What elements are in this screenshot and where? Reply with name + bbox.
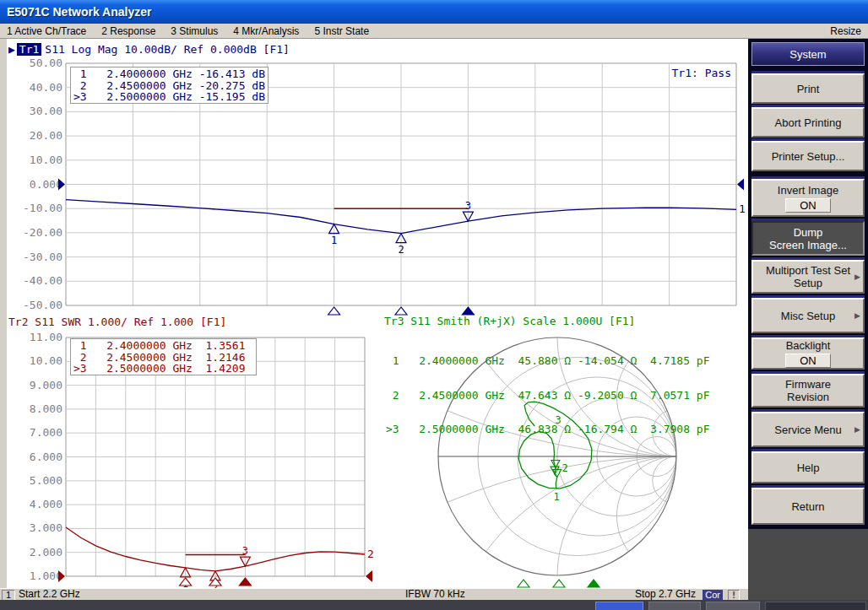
submenu-arrow-icon: ▶	[854, 424, 860, 436]
softkey-firmware[interactable]: FirmwareRevision	[751, 374, 865, 408]
softkey-print[interactable]: Print	[751, 73, 865, 104]
softkey-label: Setup	[794, 277, 822, 289]
taskbar-button[interactable]	[706, 602, 760, 610]
submenu-arrow-icon: ▶	[854, 271, 860, 283]
active-trace-arrow-icon: ▶	[8, 43, 15, 56]
tr2-marker-row: 2 2.4500000 GHz 1.2146	[73, 352, 254, 364]
tr2-marker-readout: 1 2.4000000 GHz 1.3561 2 2.4500000 GHz 1…	[70, 338, 257, 375]
softkey-state-value: ON	[785, 198, 831, 213]
tr2-title-bar[interactable]: Tr2 S11 SWR 1.000/ Ref 1.000 [F1]	[8, 316, 226, 328]
softkey-label: Dump	[794, 226, 823, 239]
softkey-misc-setup[interactable]: Misc Setup▶	[751, 298, 865, 333]
softkey-backlight[interactable]: BacklightON	[751, 337, 865, 370]
softkey-state-value: ON	[785, 354, 831, 368]
tr1-format-label: S11 Log Mag 10.00dB/ Ref 0.000dB [F1]	[45, 43, 290, 56]
tr1-marker-readout: 1 2.4000000 GHz -16.413 dB 2 2.4500000 G…	[70, 67, 269, 104]
tr3-marker-row: 2 2.4500000 GHz 47.643 Ω -9.2050 Ω 7.057…	[386, 390, 710, 402]
softkey-label: Firmware	[785, 378, 831, 391]
sidebar-empty-area	[748, 529, 868, 600]
correction-status-badge: Cor	[703, 590, 723, 600]
start-frequency-label: Start 2.2 GHz	[19, 589, 80, 600]
submenu-arrow-icon: ▶	[854, 310, 860, 322]
softkey-printer-setup[interactable]: Printer Setup...	[751, 141, 865, 171]
menu-item-instr-state[interactable]: 5 Instr State	[314, 25, 369, 37]
stop-frequency-label: Stop 2.7 GHz	[635, 589, 696, 600]
softkey-return[interactable]: Return	[751, 488, 865, 525]
softkey-system[interactable]: System	[751, 42, 865, 66]
instrument-screen	[7, 39, 748, 588]
taskbar-clock-area	[765, 602, 866, 610]
softkey-dump[interactable]: DumpScreen Image...	[751, 221, 865, 256]
window-titlebar[interactable]: E5071C Network Analyzer	[0, 0, 868, 24]
tr3-title-bar[interactable]: Tr3 S11 Smith (R+jX) Scale 1.000U [F1]	[384, 316, 635, 327]
tr3-marker-readout: 1 2.4000000 GHz 45.880 Ω -14.054 Ω 4.718…	[386, 332, 710, 446]
softkey-invert-image[interactable]: Invert ImageON	[751, 179, 865, 217]
menu-item-stimulus[interactable]: 3 Stimulus	[171, 25, 218, 37]
tr1-marker-row: 1 2.4000000 GHz -16.413 dB	[73, 68, 266, 80]
softkey-abort-printing[interactable]: Abort Printing	[751, 107, 865, 138]
softkey-label: Return	[791, 500, 824, 513]
menu-bar: 1 Active Ch/Trace 2 Response 3 Stimulus …	[0, 24, 868, 39]
tr1-title-bar[interactable]: ▶Tr1S11 Log Mag 10.00dB/ Ref 0.000dB [F1…	[8, 44, 290, 56]
softkey-label: Invert Image	[778, 184, 838, 197]
taskbar-button[interactable]	[648, 602, 701, 610]
taskbar-active-button[interactable]	[595, 602, 643, 610]
softkey-label: Help	[797, 462, 820, 474]
softkey-label: Misc Setup	[781, 310, 835, 322]
window-title: E5071C Network Analyzer	[7, 5, 151, 19]
softkey-label: Backlight	[786, 339, 831, 352]
softkey-service-menu[interactable]: Service Menu▶	[751, 412, 865, 447]
tr3-marker-row: >3 2.5000000 GHz 46.838 Ω -16.794 Ω 3.79…	[386, 424, 710, 435]
softkey-label: Screen Image...	[769, 239, 847, 251]
softkey-menu: SystemPrintAbort PrintingPrinter Setup..…	[748, 39, 868, 599]
tr1-limit-status-badge: Tr1: Pass	[640, 67, 731, 79]
ifbw-label: IFBW 70 kHz	[405, 589, 465, 600]
softkey-label: Printer Setup...	[772, 150, 845, 163]
softkey-label: Service Menu	[774, 424, 841, 436]
softkey-label: Revision	[787, 391, 829, 403]
softkey-label: Print	[797, 83, 820, 95]
clipped-taskbar-strip	[0, 600, 868, 610]
tr1-marker-row: >3 2.5000000 GHz -15.195 dB	[73, 91, 266, 103]
softkey-label: System	[789, 48, 826, 61]
tr1-chip: Tr1	[17, 43, 41, 56]
softkey-label: Abort Printing	[775, 116, 842, 129]
menu-item-response[interactable]: 2 Response	[101, 25, 155, 37]
softkey-multiport-test-set[interactable]: Multiport Test SetSetup▶	[751, 260, 865, 294]
status-bar: 1 Start 2.2 GHz IFBW 70 kHz Stop 2.7 GHz…	[0, 588, 748, 600]
tr2-marker-row: >3 2.5000000 GHz 1.4209	[73, 363, 254, 375]
tr2-marker-row: 1 2.4000000 GHz 1.3561	[73, 340, 254, 352]
tr3-marker-row: 1 2.4000000 GHz 45.880 Ω -14.054 Ω 4.718…	[386, 355, 710, 367]
menu-item-mkr-analysis[interactable]: 4 Mkr/Analysis	[233, 25, 299, 37]
menu-item-active-ch-trace[interactable]: 1 Active Ch/Trace	[7, 25, 86, 37]
softkey-label: Multiport Test Set	[766, 264, 850, 277]
menu-item-resize[interactable]: Resize	[830, 25, 861, 37]
tr1-marker-row: 2 2.4500000 GHz -20.275 dB	[73, 80, 266, 92]
softkey-help[interactable]: Help	[751, 451, 865, 483]
